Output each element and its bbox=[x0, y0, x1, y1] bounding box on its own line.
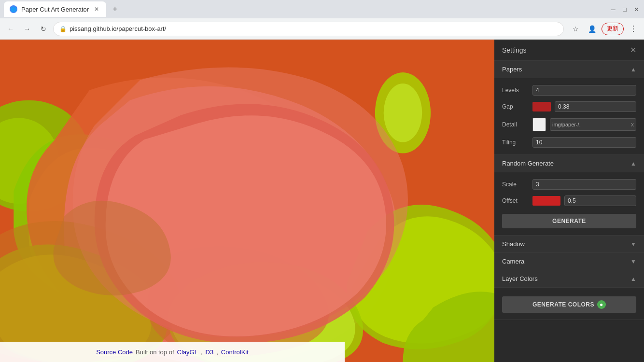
detail-filename: img/paper-/. bbox=[552, 122, 629, 127]
generate-colors-button[interactable]: GENERATE COLORS ● bbox=[502, 296, 636, 313]
levels-input[interactable] bbox=[532, 85, 636, 96]
scale-row: Scale bbox=[494, 176, 644, 193]
browser-tab[interactable]: 🌐 Paper Cut Art Generator ✕ bbox=[4, 1, 106, 17]
scale-input[interactable] bbox=[532, 179, 636, 190]
footer-comma2: , bbox=[216, 348, 218, 356]
section-layer-colors-title: Layer Colors bbox=[502, 275, 538, 282]
tab-title: Paper Cut Art Generator bbox=[21, 6, 89, 13]
section-shadow-arrow: ▼ bbox=[630, 241, 636, 248]
footer-built-on: Built on top of bbox=[136, 348, 174, 356]
tab-favicon: 🌐 bbox=[10, 5, 17, 13]
update-button[interactable]: 更新 bbox=[602, 23, 624, 35]
detail-label: Detail bbox=[502, 121, 529, 128]
paper-art-canvas bbox=[0, 40, 494, 362]
generate-colors-label: GENERATE COLORS bbox=[532, 301, 594, 308]
menu-button[interactable]: ⋮ bbox=[627, 22, 640, 36]
forward-button[interactable]: → bbox=[20, 22, 34, 36]
offset-input[interactable] bbox=[564, 195, 636, 206]
tiling-input[interactable] bbox=[532, 137, 636, 148]
section-random-title: Random Generate bbox=[502, 160, 554, 167]
panel-close-button[interactable]: ✕ bbox=[630, 45, 636, 55]
footer-bar: Source Code Built on top of ClayGL , D3 … bbox=[0, 342, 345, 362]
section-random-arrow: ▲ bbox=[630, 160, 636, 167]
controlkit-link[interactable]: ControlKit bbox=[221, 348, 249, 356]
detail-clear-button[interactable]: x bbox=[631, 121, 634, 128]
levels-row: Levels bbox=[494, 82, 644, 98]
section-layer-colors-arrow: ▲ bbox=[630, 276, 636, 282]
tiling-row: Tiling bbox=[494, 134, 644, 151]
gap-row: Gap bbox=[494, 98, 644, 115]
close-button[interactable]: ✕ bbox=[632, 5, 640, 13]
section-layer-colors-body: GENERATE COLORS ● bbox=[494, 288, 644, 320]
new-tab-button[interactable]: + bbox=[108, 2, 122, 16]
section-camera-header[interactable]: Camera ▼ bbox=[494, 253, 644, 270]
generate-colors-icon: ● bbox=[597, 300, 606, 309]
section-papers-body: Levels Gap Detail img/paper-/. x bbox=[494, 78, 644, 155]
svg-point-4 bbox=[384, 84, 422, 142]
panel-title: Settings bbox=[502, 46, 527, 54]
section-camera-arrow: ▼ bbox=[630, 258, 636, 265]
offset-row: Offset bbox=[494, 193, 644, 209]
tab-close-button[interactable]: ✕ bbox=[93, 5, 100, 13]
window-controls: ─ □ ✕ bbox=[609, 5, 640, 13]
detail-input-wrap: img/paper-/. x bbox=[550, 118, 636, 131]
maximize-button[interactable]: □ bbox=[621, 5, 629, 13]
browser-toolbar: ← → ↻ 🔒 pissang.github.io/papercut-box-a… bbox=[0, 18, 644, 40]
levels-label: Levels bbox=[502, 87, 529, 94]
gap-color-swatch[interactable] bbox=[532, 102, 551, 111]
section-random-header[interactable]: Random Generate ▲ bbox=[494, 155, 644, 172]
main-content: Source Code Built on top of ClayGL , D3 … bbox=[0, 40, 644, 362]
scale-label: Scale bbox=[502, 181, 529, 188]
claygl-link[interactable]: ClayGL bbox=[177, 348, 198, 356]
tiling-label: Tiling bbox=[502, 139, 529, 146]
update-label: 更新 bbox=[607, 25, 618, 33]
source-code-link[interactable]: Source Code bbox=[96, 348, 133, 356]
offset-label: Offset bbox=[502, 197, 529, 204]
bookmark-icon[interactable]: ☆ bbox=[569, 22, 582, 36]
canvas-area: Source Code Built on top of ClayGL , D3 … bbox=[0, 40, 494, 362]
address-bar[interactable]: 🔒 pissang.github.io/papercut-box-art/ bbox=[53, 22, 564, 36]
toolbar-right: ☆ 👤 更新 ⋮ bbox=[569, 22, 640, 36]
settings-panel: Settings ✕ Papers ▲ Levels Gap D bbox=[494, 40, 644, 362]
minimize-button[interactable]: ─ bbox=[609, 5, 617, 13]
lock-icon: 🔒 bbox=[59, 26, 67, 32]
detail-preview bbox=[532, 118, 546, 131]
footer-comma1: , bbox=[201, 348, 203, 356]
reload-button[interactable]: ↻ bbox=[37, 22, 50, 36]
generate-button[interactable]: GENERATE bbox=[502, 214, 636, 228]
offset-color-swatch[interactable] bbox=[532, 196, 560, 206]
section-shadow-title: Shadow bbox=[502, 240, 525, 248]
panel-header: Settings ✕ bbox=[494, 40, 644, 61]
gap-input[interactable] bbox=[555, 101, 636, 112]
section-papers-header[interactable]: Papers ▲ bbox=[494, 61, 644, 78]
detail-row: Detail img/paper-/. x bbox=[494, 115, 644, 134]
profile-icon[interactable]: 👤 bbox=[585, 22, 599, 36]
section-papers-title: Papers bbox=[502, 66, 522, 73]
browser-titlebar: 🌐 Paper Cut Art Generator ✕ + ─ □ ✕ bbox=[0, 0, 644, 18]
section-layer-colors-header[interactable]: Layer Colors ▲ bbox=[494, 270, 644, 288]
section-camera-title: Camera bbox=[502, 258, 524, 265]
back-button[interactable]: ← bbox=[4, 22, 17, 36]
section-random-body: Scale Offset GENERATE bbox=[494, 172, 644, 236]
section-papers-arrow: ▲ bbox=[630, 66, 636, 73]
d3-link[interactable]: D3 bbox=[206, 348, 214, 356]
section-shadow-header[interactable]: Shadow ▼ bbox=[494, 236, 644, 253]
address-url: pissang.github.io/papercut-box-art/ bbox=[70, 25, 166, 32]
gap-label: Gap bbox=[502, 103, 529, 110]
browser-frame: 🌐 Paper Cut Art Generator ✕ + ─ □ ✕ ← → … bbox=[0, 0, 644, 362]
